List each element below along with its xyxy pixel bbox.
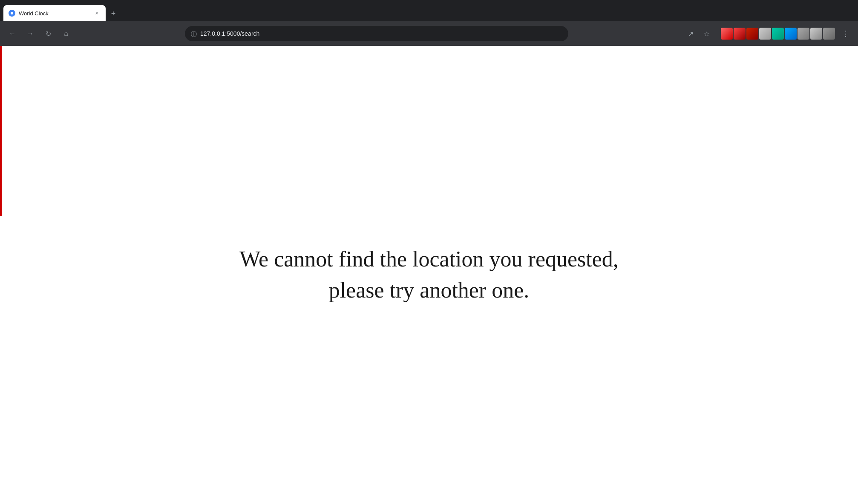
extension-8[interactable]: [810, 28, 822, 40]
error-line-1: We cannot find the location you requeste…: [239, 247, 619, 271]
extension-9[interactable]: [823, 28, 835, 40]
red-accent-bar: [0, 46, 2, 216]
home-button[interactable]: ⌂: [59, 26, 73, 41]
tab-title: World Clock: [19, 10, 89, 17]
extension-1[interactable]: [721, 28, 733, 40]
error-message: We cannot find the location you requeste…: [222, 244, 636, 306]
forward-button[interactable]: →: [23, 26, 37, 41]
url-text: 127.0.0.1:5000/search: [200, 30, 562, 37]
error-line-2: please try another one.: [329, 278, 530, 302]
bookmark-button[interactable]: ☆: [700, 26, 714, 41]
extensions-bar: [721, 28, 835, 40]
share-button[interactable]: ↗: [683, 26, 698, 41]
browser-menu-button[interactable]: ⋮: [838, 26, 853, 41]
browser-chrome: World Clock × + ← → ↻ ⌂ ⓘ 127.0.0.1:5000…: [0, 0, 858, 46]
extension-5[interactable]: [772, 28, 784, 40]
reload-button[interactable]: ↻: [41, 26, 55, 41]
extension-6[interactable]: [785, 28, 797, 40]
extension-7[interactable]: [798, 28, 809, 40]
tab-close-button[interactable]: ×: [93, 9, 101, 17]
nav-right-buttons: ↗ ☆: [683, 26, 714, 41]
secure-icon: ⓘ: [191, 31, 197, 37]
tab-bar: World Clock × +: [0, 0, 858, 21]
extension-3[interactable]: [746, 28, 758, 40]
active-tab[interactable]: World Clock ×: [3, 5, 106, 21]
new-tab-button[interactable]: +: [107, 8, 119, 20]
back-button[interactable]: ←: [5, 26, 20, 41]
extension-2[interactable]: [734, 28, 746, 40]
tab-favicon: [9, 10, 15, 17]
extension-4[interactable]: [759, 28, 771, 40]
page-content: We cannot find the location you requeste…: [0, 46, 858, 504]
nav-bar: ← → ↻ ⌂ ⓘ 127.0.0.1:5000/search ↗ ☆ ⋮: [0, 21, 858, 46]
address-bar[interactable]: ⓘ 127.0.0.1:5000/search: [185, 26, 568, 41]
